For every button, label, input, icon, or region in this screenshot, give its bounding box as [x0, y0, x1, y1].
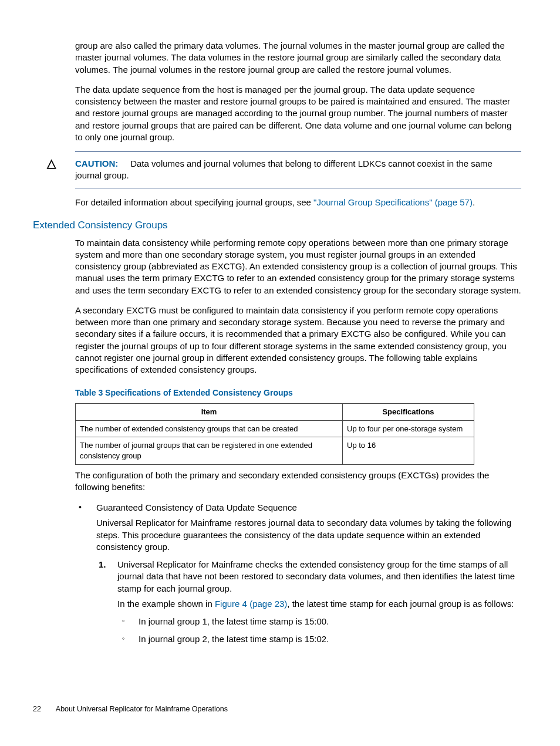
- footer-title: About Universal Replicator for Mainframe…: [56, 705, 228, 713]
- table-row: The number of extended consistency group…: [76, 420, 474, 437]
- caution-label: CAUTION:: [75, 158, 118, 168]
- cell-spec: Up to four per one-storage system: [343, 420, 474, 437]
- benefit-title: Guaranteed Consistency of Data Update Se…: [96, 502, 297, 512]
- sub-item: In journal group 1, the latest time stam…: [117, 616, 527, 627]
- benefit-body: Universal Replicator for Mainframe resto…: [96, 517, 527, 553]
- caution-text: Data volumes and journal volumes that be…: [75, 158, 492, 180]
- page-number: 22: [33, 704, 54, 714]
- table-caption: Table 3 Specifications of Extended Consi…: [75, 387, 527, 399]
- text: .: [473, 197, 475, 207]
- text: , the latest time stamp for each journal…: [287, 599, 514, 609]
- table-row: The number of journal groups that can be…: [76, 437, 474, 464]
- journal-group-spec-link[interactable]: "Journal Group Specifications" (page 57): [313, 197, 473, 207]
- paragraph: The configuration of both the primary an…: [75, 470, 521, 494]
- paragraph: group are also called the primary data v…: [75, 40, 521, 76]
- sub-list: In journal group 1, the latest time stam…: [117, 616, 527, 646]
- step-example: In the example shown in Figure 4 (page 2…: [117, 598, 527, 610]
- col-spec: Specifications: [343, 404, 474, 421]
- col-item: Item: [76, 404, 343, 421]
- sub-item: In journal group 2, the latest time stam…: [117, 633, 527, 645]
- figure-link[interactable]: Figure 4 (page 23): [215, 599, 287, 609]
- warning-triangle-icon: △: [47, 156, 56, 171]
- step-text: Universal Replicator for Mainframe check…: [117, 559, 515, 593]
- paragraph: The data update sequence from the host i…: [75, 84, 521, 143]
- caution-block: △ CAUTION: Data volumes and journal volu…: [75, 151, 521, 188]
- text: For detailed information about specifyin…: [75, 197, 313, 207]
- benefits-list: Guaranteed Consistency of Data Update Se…: [75, 502, 527, 646]
- spec-table: Item Specifications The number of extend…: [75, 403, 474, 464]
- paragraph: To maintain data consistency while perfo…: [75, 237, 521, 296]
- section-heading: Extended Consistency Groups: [33, 219, 527, 232]
- paragraph: For detailed information about specifyin…: [75, 197, 521, 208]
- page-footer: 22 About Universal Replicator for Mainfr…: [33, 704, 527, 714]
- cell-item: The number of journal groups that can be…: [76, 437, 343, 464]
- cell-item: The number of extended consistency group…: [76, 420, 343, 437]
- cell-spec: Up to 16: [343, 437, 474, 464]
- steps-list: 1. Universal Replicator for Mainframe ch…: [96, 559, 527, 646]
- step-item: 1. Universal Replicator for Mainframe ch…: [96, 559, 527, 646]
- step-number: 1.: [99, 559, 106, 571]
- table-header-row: Item Specifications: [76, 404, 474, 421]
- list-item: Guaranteed Consistency of Data Update Se…: [75, 502, 527, 646]
- text: In the example shown in: [117, 599, 215, 609]
- paragraph: A secondary EXCTG must be configured to …: [75, 305, 521, 376]
